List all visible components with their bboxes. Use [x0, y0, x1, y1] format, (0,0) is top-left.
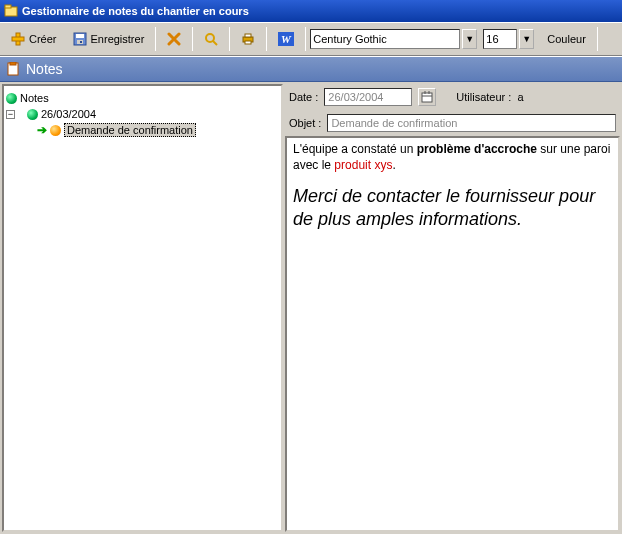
- print-button[interactable]: [234, 26, 262, 52]
- section-title: Notes: [26, 61, 63, 77]
- svg-rect-3: [12, 37, 24, 41]
- svg-rect-17: [422, 93, 432, 102]
- tree-date-label: 26/03/2004: [41, 108, 96, 120]
- svg-rect-12: [245, 41, 251, 44]
- main-toolbar: Créer Enregistrer W ▼ ▼ Couleur: [0, 22, 622, 56]
- body-line-1: L'équipe a constaté un problème d'accroc…: [293, 142, 612, 173]
- search-button[interactable]: [197, 26, 225, 52]
- arrow-right-icon: ➔: [37, 123, 47, 137]
- font-size-dropdown-button[interactable]: ▼: [519, 29, 534, 49]
- svg-rect-16: [10, 62, 16, 65]
- tree-root-label: Notes: [20, 92, 49, 104]
- svg-text:W: W: [281, 33, 292, 45]
- tree-child-label: Demande de confirmation: [64, 123, 196, 137]
- svg-rect-11: [245, 34, 251, 37]
- green-dot-icon: [6, 93, 17, 104]
- toolbar-separator: [266, 27, 267, 51]
- create-label: Créer: [29, 33, 57, 45]
- floppy-icon: [73, 32, 87, 46]
- tree-collapse-button[interactable]: −: [6, 110, 15, 119]
- meta-row-1: Date : Utilisateur : a: [285, 84, 620, 110]
- tree-panel[interactable]: Notes − 26/03/2004 ➔ Demande de confirma…: [2, 84, 283, 532]
- color-label: Couleur: [547, 33, 586, 45]
- tree-date-node[interactable]: − 26/03/2004: [6, 106, 279, 122]
- note-body-editor[interactable]: L'équipe a constaté un problème d'accroc…: [285, 136, 620, 532]
- magnifier-icon: [204, 32, 218, 46]
- notes-icon: [6, 62, 20, 76]
- toolbar-separator: [597, 27, 598, 51]
- plus-icon: [11, 32, 25, 46]
- delete-icon: [167, 32, 181, 46]
- svg-rect-1: [5, 5, 11, 8]
- folder-icon: [4, 4, 18, 18]
- orange-dot-icon: [50, 125, 61, 136]
- printer-icon: [241, 32, 255, 46]
- date-input[interactable]: [324, 88, 412, 106]
- font-size-select[interactable]: [483, 29, 517, 49]
- save-button[interactable]: Enregistrer: [66, 26, 152, 52]
- font-family-select[interactable]: [310, 29, 460, 49]
- window-title: Gestionnaire de notes du chantier en cou…: [22, 5, 249, 17]
- toolbar-separator: [305, 27, 306, 51]
- tree-root[interactable]: Notes: [6, 90, 279, 106]
- date-label: Date :: [289, 91, 318, 103]
- delete-button[interactable]: [160, 26, 188, 52]
- create-button[interactable]: Créer: [4, 26, 64, 52]
- subject-label: Objet :: [289, 117, 321, 129]
- svg-point-8: [206, 34, 214, 42]
- detail-panel: Date : Utilisateur : a Objet : L'équipe …: [285, 84, 620, 532]
- word-icon: W: [278, 32, 294, 46]
- svg-rect-7: [80, 41, 82, 43]
- meta-row-2: Objet :: [285, 110, 620, 136]
- toolbar-separator: [229, 27, 230, 51]
- green-dot-icon: [27, 109, 38, 120]
- date-picker-button[interactable]: [418, 88, 436, 106]
- body-red-span: produit xys: [334, 158, 392, 172]
- svg-rect-5: [76, 34, 84, 38]
- body-paragraph-2: Merci de contacter le fournisseur pour d…: [293, 185, 612, 230]
- font-family-dropdown-button[interactable]: ▼: [462, 29, 477, 49]
- save-label: Enregistrer: [91, 33, 145, 45]
- calendar-icon: [421, 91, 433, 103]
- window-titlebar: Gestionnaire de notes du chantier en cou…: [0, 0, 622, 22]
- tree-child-node[interactable]: ➔ Demande de confirmation: [6, 122, 279, 138]
- section-header: Notes: [0, 56, 622, 82]
- work-area: Notes − 26/03/2004 ➔ Demande de confirma…: [0, 82, 622, 534]
- body-bold-span: problème d'accroche: [417, 142, 537, 156]
- user-value: a: [517, 91, 523, 103]
- color-button[interactable]: Couleur: [540, 26, 593, 52]
- svg-line-9: [213, 41, 217, 45]
- toolbar-separator: [155, 27, 156, 51]
- subject-input[interactable]: [327, 114, 616, 132]
- word-export-button[interactable]: W: [271, 26, 301, 52]
- toolbar-separator: [192, 27, 193, 51]
- user-label: Utilisateur :: [456, 91, 511, 103]
